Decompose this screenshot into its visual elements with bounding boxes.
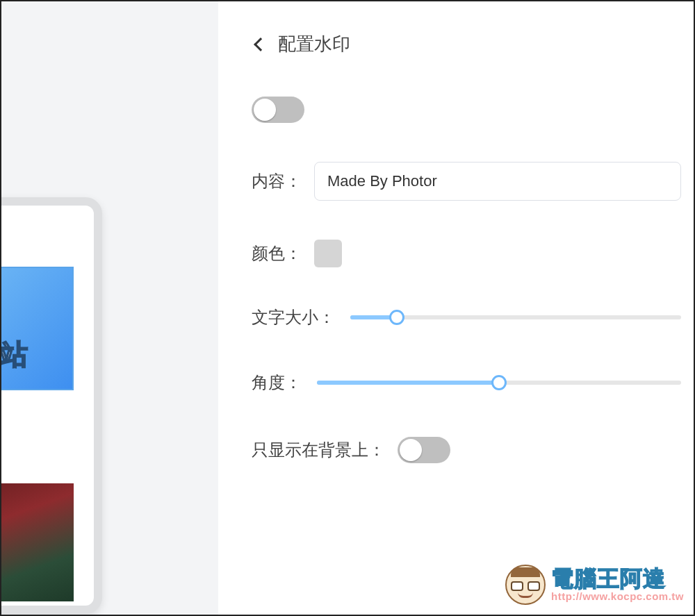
toggle-knob: [400, 439, 422, 461]
content-label: 内容：: [252, 170, 302, 192]
slider-thumb[interactable]: [389, 310, 404, 325]
site-watermark: 電腦王阿達 http://www.kocpc.com.tw: [505, 565, 684, 605]
preview-tile-photo: [1, 483, 74, 601]
slider-thumb[interactable]: [491, 375, 507, 390]
font-size-label: 文字大小：: [252, 306, 335, 328]
watermark-enable-toggle[interactable]: [252, 97, 304, 123]
preview-tile-text: 周站: [1, 335, 26, 389]
angle-label: 角度：: [252, 372, 302, 394]
angle-slider[interactable]: [317, 374, 681, 391]
watermark-settings-panel: 配置水印 内容： 颜色： 文字大小： 角度：: [218, 1, 694, 615]
back-icon[interactable]: [254, 38, 268, 51]
panel-title: 配置水印: [278, 32, 350, 56]
bg-only-label: 只显示在背景上：: [252, 439, 385, 461]
bg-only-toggle[interactable]: [398, 437, 450, 463]
preview-gap: [1, 394, 94, 406]
preview-pane: 周站: [1, 1, 218, 615]
content-input[interactable]: [314, 162, 681, 201]
device-frame: 周站: [1, 197, 102, 614]
mascot-icon: [505, 565, 546, 605]
preview-tile-blue: 周站: [1, 267, 74, 390]
color-label: 颜色：: [252, 242, 302, 265]
brand-url: http://www.kocpc.com.tw: [551, 591, 684, 602]
toggle-knob: [254, 99, 276, 121]
preview-gap: [1, 406, 94, 483]
font-size-slider[interactable]: [350, 309, 681, 326]
brand-name: 電腦王阿達: [551, 567, 684, 591]
color-picker[interactable]: [314, 240, 342, 267]
